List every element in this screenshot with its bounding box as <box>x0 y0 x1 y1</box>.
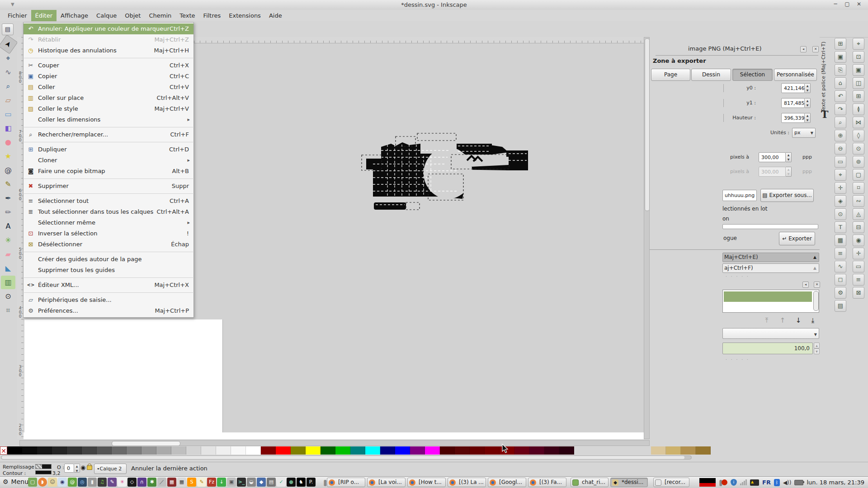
commands-strip-button[interactable]: T <box>835 221 846 233</box>
node-tool[interactable]: ⌖ <box>1 52 15 65</box>
launcher-calculator[interactable]: ▦ <box>177 478 186 487</box>
spray-tool[interactable]: ✳ <box>1 234 15 247</box>
launcher-horse[interactable]: ♞ <box>297 478 306 487</box>
layer-row-selected[interactable] <box>724 291 812 302</box>
taskbar-window-active[interactable]: ◆*dessi... <box>610 478 648 487</box>
commands-strip-button[interactable]: ⊞ <box>835 38 846 50</box>
color-swatch[interactable] <box>37 446 52 455</box>
launcher-globe[interactable]: ◎ <box>78 478 87 487</box>
edit-menu-item[interactable]: Coller les dimensions▸ <box>24 114 193 125</box>
maximize-button[interactable]: ▢ <box>844 1 851 7</box>
launcher-player[interactable]: ▮ <box>88 478 97 487</box>
gradient-tool[interactable]: ▥ <box>1 276 15 289</box>
export-as-button[interactable]: ▤Exporter sous... <box>760 189 814 202</box>
export-area-selection-button[interactable]: Sélection <box>732 69 773 81</box>
edit-menu-item[interactable]: Cloner▸ <box>24 155 193 166</box>
edit-menu-item[interactable]: ≣Tout sélectionner dans tous les calques… <box>24 206 193 217</box>
snap-strip-button[interactable]: ◊ <box>853 130 864 141</box>
launcher-smiley[interactable]: ☺ <box>48 478 57 487</box>
color-swatch[interactable] <box>485 446 500 455</box>
no-color-swatch[interactable]: ✕ <box>0 446 7 455</box>
taskbar-window-button[interactable]: [(3) Fa... <box>528 478 566 487</box>
color-swatch[interactable] <box>529 446 544 455</box>
edit-menu-item[interactable]: ▨Coller le styleMaj+Ctrl+V <box>24 103 193 114</box>
menubar-item-filtres[interactable]: Filtres <box>199 10 225 21</box>
color-swatch[interactable] <box>52 446 67 455</box>
collapsed-dialog-fill-stroke[interactable]: aj+Ctrl+F)▲ <box>722 263 819 273</box>
menubar-item-calque[interactable]: Calque <box>92 10 121 21</box>
color-swatch[interactable] <box>470 446 485 455</box>
commands-strip-button[interactable]: ▦ <box>835 235 846 246</box>
launcher-window[interactable]: ▢ <box>28 478 37 487</box>
commands-strip-button[interactable]: ▣ <box>835 51 846 63</box>
layer-visibility-eye-icon[interactable]: ◉ <box>80 464 85 471</box>
snap-strip-button[interactable]: ⊟ <box>853 221 864 233</box>
snap-strip-button[interactable]: ⌑ <box>853 182 864 194</box>
edit-menu-item[interactable]: ⊞DupliquerCtrl+D <box>24 144 193 155</box>
launcher-spiral[interactable]: @ <box>68 478 77 487</box>
3dbox-tool[interactable]: ◧ <box>1 122 15 135</box>
commands-strip-button[interactable]: ⊕ <box>835 130 846 141</box>
color-swatch[interactable] <box>201 446 216 455</box>
launcher-files[interactable]: ▤ <box>267 478 276 487</box>
launcher-screwdriver[interactable]: ／ <box>157 478 166 487</box>
color-swatch[interactable] <box>216 446 231 455</box>
launcher-terminal[interactable]: >_ <box>237 478 246 487</box>
edit-menu-item[interactable]: ⚙Préférences...Maj+Ctrl+P <box>24 305 193 316</box>
commands-strip-button[interactable]: ⌕ <box>835 117 846 128</box>
commands-strip-button[interactable]: ▭ <box>835 156 846 168</box>
snap-strip-button[interactable]: ✛ <box>853 248 864 259</box>
commands-strip-button[interactable]: ↷ <box>835 103 846 115</box>
edit-menu-item[interactable]: ⊡Inverser la sélection! <box>24 228 193 239</box>
color-swatch[interactable] <box>559 446 574 455</box>
color-swatch[interactable] <box>82 446 97 455</box>
tweak-tool[interactable]: ∿ <box>1 66 15 79</box>
commands-strip-button[interactable]: ◻ <box>835 274 846 286</box>
edit-menu-item[interactable]: ≡Sélectionner toutCtrl+A <box>24 196 193 206</box>
edit-menu-item[interactable]: ✖SupprimerSuppr <box>24 181 193 192</box>
launcher-photos[interactable]: ✳ <box>118 478 127 487</box>
recording-tray-icon[interactable] <box>722 479 727 485</box>
collapsed-dialog-export[interactable]: Maj+Ctrl+E)▲ <box>722 253 819 262</box>
stroke-swatch[interactable] <box>35 470 52 474</box>
export-button[interactable]: ↵Exporter <box>779 232 815 245</box>
color-swatch[interactable] <box>127 446 142 455</box>
edit-menu-item[interactable]: ◷Historique des annulationsMaj+Ctrl+H <box>24 45 193 56</box>
taskbar-window-button[interactable]: [Googl... <box>488 478 526 487</box>
taskbar-menu-button[interactable]: ⚙ Menu <box>3 478 28 485</box>
export-area-custom-button[interactable]: Personnalisée <box>774 69 817 81</box>
edit-menu-item[interactable]: Créer des guides autour de la page <box>24 254 193 265</box>
snap-strip-button[interactable]: ◫ <box>853 77 864 89</box>
color-swatch[interactable] <box>425 446 440 455</box>
launcher-eye[interactable]: ◉ <box>58 478 67 487</box>
color-swatch[interactable] <box>350 446 365 455</box>
layers-list[interactable] <box>722 290 819 313</box>
color-swatch[interactable] <box>7 446 22 455</box>
launcher-headphones[interactable]: ∩ <box>137 478 146 487</box>
bluetooth-tray-icon[interactable]: ᛒ <box>774 479 780 486</box>
color-swatch[interactable] <box>544 446 559 455</box>
canvas-horizontal-scrollbar[interactable] <box>19 440 650 446</box>
color-swatch[interactable] <box>380 446 395 455</box>
snap-strip-button[interactable]: ▭ <box>853 261 864 272</box>
menubar-item-texte[interactable]: Texte <box>175 10 199 21</box>
menubar-item-chemin[interactable]: Chemin <box>145 10 175 21</box>
spiral-tool[interactable]: @ <box>1 164 15 177</box>
opacity-spinbox[interactable]: 0 <box>64 464 74 473</box>
eraser-tool[interactable]: ▰ <box>1 248 15 261</box>
snap-strip-button[interactable]: ⋈ <box>853 117 864 128</box>
layer-raise-top-icon[interactable]: ⤒ <box>762 316 772 325</box>
snap-strip-button[interactable]: ≬ <box>853 103 864 115</box>
color-swatch[interactable] <box>365 446 380 455</box>
launcher-notes[interactable]: ✎ <box>197 478 206 487</box>
rectangle-tool[interactable]: ▭ <box>1 108 15 121</box>
color-swatch[interactable] <box>440 446 455 455</box>
blend-mode-dropdown[interactable]: ▼ <box>722 328 819 339</box>
edit-menu-item[interactable]: ▤CollerCtrl+V <box>24 82 193 93</box>
menubar-item-éditer[interactable]: Éditer <box>31 10 57 21</box>
color-swatch[interactable] <box>666 446 681 455</box>
y0-spinbox[interactable]: 421,146 <box>781 83 805 93</box>
pencil-tool[interactable]: ✎ <box>1 178 15 191</box>
color-swatch[interactable] <box>291 446 306 455</box>
edit-menu-item[interactable]: ✂CouperCtrl+X <box>24 60 193 71</box>
